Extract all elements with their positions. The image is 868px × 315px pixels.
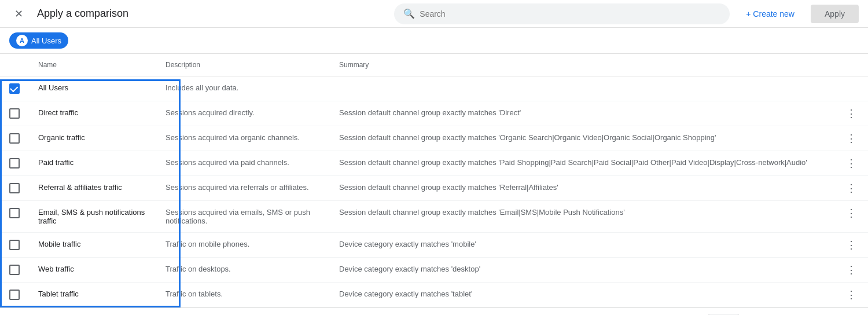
table-row: Paid trafficSessions acquired via paid c…: [0, 151, 868, 176]
chips-row: A All Users: [0, 28, 868, 54]
row-summary: Session default channel group exactly ma…: [330, 176, 834, 201]
row-actions: ⋮: [834, 101, 868, 126]
row-description: Sessions acquired via paid channels.: [156, 151, 330, 176]
row-checkbox[interactable]: [9, 208, 20, 218]
row-description: Sessions acquired via referrals or affil…: [156, 176, 330, 201]
first-page-button[interactable]: ⏮: [787, 313, 803, 315]
more-options-icon[interactable]: ⋮: [844, 155, 859, 171]
page-title: Apply a comparison: [37, 8, 128, 20]
row-summary: Session default channel group exactly ma…: [330, 101, 834, 126]
page-navigation: ⏮ ❮ ❯ ⏭: [787, 313, 859, 315]
chip-label: All Users: [31, 36, 61, 45]
search-input[interactable]: [420, 9, 720, 19]
col-name: Name: [29, 54, 156, 76]
close-button[interactable]: ✕: [9, 5, 28, 23]
row-description: Sessions acquired directly.: [156, 101, 330, 126]
row-name: All Users: [29, 76, 156, 101]
row-summary: Session default channel group exactly ma…: [330, 151, 834, 176]
row-name: Email, SMS & push notifications traffic: [29, 201, 156, 233]
last-page-button[interactable]: ⏭: [843, 313, 859, 315]
col-checkbox: [0, 54, 29, 76]
row-name: Mobile traffic: [29, 233, 156, 258]
chip-avatar: A: [16, 35, 28, 46]
table-wrapper: Name Description Summary All UsersInclud…: [0, 54, 868, 307]
prev-page-button[interactable]: ❮: [806, 313, 822, 315]
row-checkbox[interactable]: [9, 83, 20, 94]
create-new-label: + Create new: [746, 9, 795, 19]
more-options-icon[interactable]: ⋮: [844, 287, 859, 303]
table-header-row: Name Description Summary: [0, 54, 868, 76]
col-description: Description: [156, 54, 330, 76]
table-row: Tablet trafficTraffic on tablets.Device …: [0, 283, 868, 307]
more-options-icon[interactable]: ⋮: [844, 262, 859, 278]
header: ✕ Apply a comparison 🔍 + Create new Appl…: [0, 0, 868, 28]
row-name: Referral & affiliates traffic: [29, 176, 156, 201]
row-actions: ⋮: [834, 201, 868, 233]
row-description: Traffic on mobile phones.: [156, 233, 330, 258]
row-actions: [834, 76, 868, 101]
row-summary: Session default channel group exactly ma…: [330, 201, 834, 233]
table-row: All UsersIncludes all your data.: [0, 76, 868, 101]
row-checkbox[interactable]: [9, 183, 20, 193]
row-description: Traffic on desktops.: [156, 258, 330, 283]
row-checkbox[interactable]: [9, 265, 20, 275]
row-actions: ⋮: [834, 176, 868, 201]
row-summary: Device category exactly matches 'tablet': [330, 283, 834, 307]
row-checkbox[interactable]: [9, 290, 20, 300]
row-checkbox[interactable]: [9, 240, 20, 250]
row-name: Paid traffic: [29, 151, 156, 176]
col-summary: Summary: [330, 54, 834, 76]
row-name: Tablet traffic: [29, 283, 156, 307]
row-summary: [330, 76, 834, 101]
row-name: Web traffic: [29, 258, 156, 283]
row-description: Traffic on tablets.: [156, 283, 330, 307]
table-row: Referral & affiliates trafficSessions ac…: [0, 176, 868, 201]
table-row: Web trafficTraffic on desktops.Device ca…: [0, 258, 868, 283]
table-row: Mobile trafficTraffic on mobile phones.D…: [0, 233, 868, 258]
search-icon: 🔍: [403, 8, 415, 19]
row-summary: Device category exactly matches 'desktop…: [330, 258, 834, 283]
col-actions: [834, 54, 868, 76]
more-options-icon[interactable]: ⋮: [844, 180, 859, 196]
row-description: Sessions acquired via organic channels.: [156, 126, 330, 151]
create-new-button[interactable]: + Create new: [739, 5, 801, 23]
row-description: Includes all your data.: [156, 76, 330, 101]
row-name: Direct traffic: [29, 101, 156, 126]
row-checkbox[interactable]: [9, 108, 20, 119]
comparisons-table: Name Description Summary All UsersInclud…: [0, 54, 868, 307]
row-description: Sessions acquired via emails, SMS or pus…: [156, 201, 330, 233]
apply-button[interactable]: Apply: [811, 5, 859, 23]
row-checkbox[interactable]: [9, 158, 20, 169]
more-options-icon[interactable]: ⋮: [844, 205, 859, 221]
table-row: Organic trafficSessions acquired via org…: [0, 126, 868, 151]
row-actions: ⋮: [834, 126, 868, 151]
more-options-icon[interactable]: ⋮: [844, 130, 859, 146]
row-actions: ⋮: [834, 233, 868, 258]
all-users-chip[interactable]: A All Users: [9, 32, 68, 49]
close-icon: ✕: [14, 8, 23, 20]
row-checkbox[interactable]: [9, 133, 20, 144]
row-summary: Session default channel group exactly ma…: [330, 126, 834, 151]
row-actions: ⋮: [834, 258, 868, 283]
more-options-icon[interactable]: ⋮: [844, 105, 859, 122]
next-page-button[interactable]: ❯: [824, 313, 840, 315]
row-summary: Device category exactly matches 'mobile': [330, 233, 834, 258]
table-row: Email, SMS & push notifications trafficS…: [0, 201, 868, 233]
more-options-icon[interactable]: ⋮: [844, 237, 859, 253]
search-box: 🔍: [394, 3, 730, 24]
table-row: Direct trafficSessions acquired directly…: [0, 101, 868, 126]
row-actions: ⋮: [834, 283, 868, 307]
row-actions: ⋮: [834, 151, 868, 176]
footer: Items per page: 25 50 100 1 – 9 of 9 ⏮ ❮…: [0, 307, 868, 315]
row-name: Organic traffic: [29, 126, 156, 151]
